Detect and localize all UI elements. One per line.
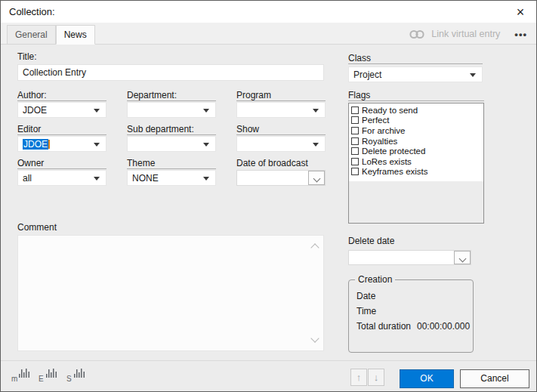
- up-arrow-icon: ↑: [356, 372, 362, 383]
- checkbox-unchecked-icon[interactable]: [351, 147, 359, 155]
- datepicker-dropdown-button[interactable]: [454, 251, 471, 264]
- svg-text:E: E: [39, 375, 44, 383]
- checkbox-unchecked-icon[interactable]: [351, 168, 359, 175]
- author-label: Author:: [17, 90, 106, 101]
- class-value: Project: [353, 69, 381, 80]
- checkbox-unchecked-icon[interactable]: [351, 106, 359, 114]
- flag-item[interactable]: Ready to send: [349, 105, 483, 116]
- owner-combobox[interactable]: all: [17, 170, 106, 186]
- more-options-button[interactable]: •••: [514, 29, 527, 40]
- department-combobox[interactable]: [127, 102, 216, 118]
- show-combobox[interactable]: [236, 136, 326, 152]
- owner-value: all: [23, 173, 32, 184]
- creation-date-label: Date: [356, 291, 375, 301]
- author-value: JDOE: [23, 105, 47, 116]
- title-label: Title:: [17, 51, 324, 63]
- m-waveform-icon: m: [11, 366, 32, 384]
- tabs: General News: [7, 25, 95, 45]
- flag-item[interactable]: Perfect: [349, 116, 483, 126]
- dropdown-arrow-icon: [94, 109, 100, 113]
- checkbox-unchecked-icon[interactable]: [351, 137, 359, 145]
- tab-general[interactable]: General: [7, 25, 56, 45]
- department-label: Department:: [127, 90, 216, 101]
- creation-groupbox: Creation Date Time Total duration 00:00:…: [348, 279, 474, 353]
- creation-time-label: Time: [356, 306, 376, 316]
- date-of-broadcast-label: Date of broadcast: [236, 158, 326, 169]
- comment-textarea[interactable]: [17, 235, 324, 351]
- class-label: Class: [348, 53, 483, 64]
- delete-date-picker[interactable]: [348, 250, 471, 265]
- close-icon: ×: [517, 5, 525, 20]
- show-label: Show: [236, 124, 326, 135]
- creation-total-duration-label: Total duration: [356, 321, 411, 332]
- down-arrow-icon: ↓: [374, 372, 379, 383]
- flag-item[interactable]: LoRes exists: [349, 156, 483, 167]
- theme-label: Theme: [127, 158, 216, 169]
- program-label: Program: [236, 90, 326, 101]
- flags-label: Flags: [348, 90, 484, 101]
- scroll-up-icon[interactable]: [310, 243, 319, 252]
- close-button[interactable]: ×: [508, 2, 532, 21]
- flag-item[interactable]: Delete protected: [349, 146, 483, 156]
- header-actions: Link virtual entry •••: [408, 24, 527, 44]
- owner-label: Owner: [17, 158, 106, 169]
- title-input[interactable]: Collection Entry: [17, 64, 324, 81]
- ok-button[interactable]: OK: [400, 369, 454, 388]
- svg-text:S: S: [66, 375, 72, 383]
- editor-combobox[interactable]: JDOE: [17, 136, 106, 152]
- link-virtual-entry-button[interactable]: Link virtual entry: [431, 29, 500, 39]
- dropdown-arrow-icon: [313, 143, 319, 147]
- sub-department-combobox[interactable]: [127, 136, 216, 152]
- s-waveform-icon: S: [66, 366, 87, 384]
- editor-label: Editor: [17, 124, 106, 135]
- checkbox-unchecked-icon[interactable]: [351, 127, 359, 134]
- link-icon: [408, 29, 426, 40]
- dropdown-arrow-icon: [203, 177, 209, 181]
- text-caret: [48, 140, 50, 149]
- e-waveform-button[interactable]: E: [39, 366, 59, 384]
- date-of-broadcast-picker[interactable]: [236, 170, 326, 186]
- author-combobox[interactable]: JDOE: [17, 102, 106, 118]
- flag-item[interactable]: Keyframes exists: [349, 167, 483, 177]
- s-waveform-button[interactable]: S: [66, 366, 87, 384]
- svg-text:m: m: [11, 375, 17, 383]
- dialog-title: Collection:: [9, 6, 55, 17]
- footer-divider: [1, 360, 536, 361]
- creation-legend: Creation: [355, 274, 395, 285]
- scroll-down-icon[interactable]: [310, 334, 319, 342]
- theme-combobox[interactable]: NONE: [127, 170, 216, 186]
- checkbox-unchecked-icon[interactable]: [351, 116, 359, 124]
- move-up-button[interactable]: ↑: [350, 369, 367, 386]
- tab-news[interactable]: News: [56, 25, 95, 45]
- dropdown-arrow-icon: [470, 73, 476, 77]
- dropdown-arrow-icon: [94, 177, 100, 181]
- chevron-down-icon: [313, 175, 321, 183]
- comment-label: Comment: [17, 222, 168, 233]
- class-combobox[interactable]: Project: [348, 66, 483, 82]
- flags-listbox[interactable]: Ready to send Perfect For archive Royalt…: [348, 103, 484, 224]
- dropdown-arrow-icon: [313, 109, 319, 113]
- flags-items: Ready to send Perfect For archive Royalt…: [349, 103, 483, 181]
- dropdown-arrow-icon: [203, 109, 209, 113]
- move-down-button[interactable]: ↓: [368, 369, 384, 386]
- collection-dialog: Collection: × General News Link virtual …: [0, 0, 537, 392]
- theme-value: NONE: [132, 173, 159, 184]
- dropdown-arrow-icon: [203, 143, 209, 147]
- creation-total-duration-value: 00:00:00.000: [417, 321, 470, 332]
- flag-item[interactable]: For archive: [349, 125, 483, 136]
- editor-value-selected: JDOE: [23, 139, 48, 150]
- titlebar: Collection: ×: [1, 1, 536, 23]
- datepicker-dropdown-button[interactable]: [308, 171, 325, 185]
- m-waveform-button[interactable]: m: [11, 366, 32, 384]
- delete-date-label: Delete date: [348, 236, 483, 247]
- sub-department-label: Sub department:: [127, 124, 216, 135]
- program-combobox[interactable]: [236, 102, 326, 118]
- e-waveform-icon: E: [39, 366, 59, 384]
- checkbox-unchecked-icon[interactable]: [351, 158, 359, 165]
- cancel-button[interactable]: Cancel: [460, 369, 529, 388]
- flag-item[interactable]: Royalties: [349, 136, 483, 147]
- chevron-down-icon: [459, 255, 467, 263]
- dropdown-arrow-icon: [94, 143, 100, 147]
